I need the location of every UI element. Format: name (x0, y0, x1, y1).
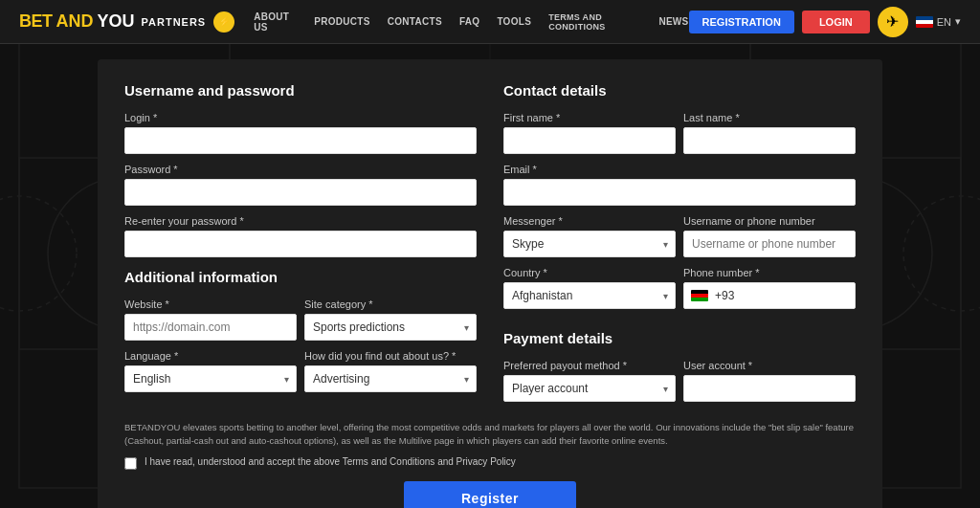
additional-section-title: Additional information (124, 269, 477, 285)
country-select[interactable]: Afghanistan (503, 282, 676, 309)
website-label: Website * (124, 298, 297, 310)
first-name-label: First name * (503, 112, 676, 123)
additional-section: Additional information Website * Site ca… (124, 269, 477, 402)
phone-label: Phone number * (683, 267, 856, 278)
messenger-select[interactable]: Skype (503, 231, 676, 257)
payout-wrapper: Player account ▾ (503, 375, 676, 402)
how-found-wrapper: Advertising ▾ (304, 365, 477, 392)
first-name-group: First name * (503, 112, 676, 154)
user-account-group: User account * (683, 360, 856, 402)
register-button[interactable]: Register (404, 481, 576, 509)
contact-section-title: Contact details (503, 82, 856, 99)
phone-wrapper (683, 282, 856, 309)
flag-icon (916, 16, 933, 28)
col-left: Username and password Login * Password * (124, 82, 477, 411)
last-name-group: Last name * (683, 112, 856, 154)
email-group: Email * (503, 164, 856, 206)
navbar: BETANDYOU PARTNERS ⚡ ABOUT US PRODUCTS C… (0, 0, 980, 44)
nav-links: ABOUT US PRODUCTS CONTACTS FAQ TOOLS TER… (254, 11, 688, 33)
terms-description: BETANDYOU elevates sports betting to ano… (124, 421, 856, 449)
last-name-label: Last name * (683, 112, 856, 123)
main-form-grid: Username and password Login * Password * (124, 82, 856, 411)
payment-section-title: Payment details (503, 330, 856, 346)
language-label: Language * (124, 350, 297, 362)
first-name-input[interactable] (503, 127, 676, 154)
nav-tools[interactable]: TOOLS (497, 16, 531, 27)
reenter-password-label: Re-enter your password * (124, 215, 477, 227)
lang-chevron: ▾ (955, 15, 961, 28)
password-label: Password * (124, 164, 477, 175)
email-label: Email * (503, 164, 856, 175)
country-wrapper: Afghanistan ▾ (503, 282, 676, 309)
page-content: Username and password Login * Password * (0, 44, 980, 508)
nav-faq[interactable]: FAQ (459, 16, 479, 27)
nav-news[interactable]: NEWS (658, 16, 688, 27)
nav-about-us[interactable]: ABOUT US (254, 11, 297, 33)
additional-grid: Website * Site category * Sports predict… (124, 298, 477, 350)
user-account-label: User account * (683, 360, 856, 371)
country-group: Country * Afghanistan ▾ (503, 267, 676, 309)
language-wrapper: English ▾ (124, 365, 297, 392)
login-label: Login * (124, 112, 477, 123)
phone-flag (691, 290, 708, 301)
phone-input[interactable] (683, 282, 856, 309)
how-found-group: How did you find out about us? * Adverti… (304, 350, 477, 392)
brand-logo: BETANDYOU PARTNERS ⚡ (19, 11, 234, 33)
brand-bet: BET (19, 11, 53, 32)
site-category-label: Site category * (304, 298, 477, 310)
messenger-label: Messenger * (503, 215, 676, 227)
brand-you: YOU (98, 11, 135, 32)
language-group: Language * English ▾ (124, 350, 297, 392)
messenger-phone-row: Messenger * Skype ▾ Username or phone nu… (503, 215, 856, 267)
website-input[interactable] (124, 314, 297, 341)
brand-icon: ⚡ (213, 11, 234, 33)
language-select[interactable]: English (124, 365, 297, 392)
language-selector[interactable]: EN ▾ (916, 15, 961, 28)
how-found-label: How did you find out about us? * (304, 350, 477, 362)
phone-group: Phone number * (683, 267, 856, 309)
payment-grid: Preferred payout method * Player account… (503, 360, 856, 411)
login-input[interactable] (124, 127, 477, 154)
last-name-input[interactable] (683, 127, 856, 154)
username-section-title: Username and password (124, 82, 477, 99)
email-input[interactable] (503, 179, 856, 206)
nav-actions: REGISTRATION LOGIN ✈ EN ▾ (689, 7, 961, 37)
terms-checkbox[interactable] (124, 457, 137, 470)
language-how-grid: Language * English ▾ How did (124, 350, 477, 402)
payout-method-label: Preferred payout method * (503, 360, 676, 371)
messenger-wrapper: Skype ▾ (503, 231, 676, 257)
username-phone-input[interactable] (683, 231, 856, 257)
country-phone-row: Country * Afghanistan ▾ Phone number * (503, 267, 856, 319)
nav-contacts[interactable]: CONTACTS (388, 16, 442, 27)
reenter-password-input[interactable] (124, 231, 477, 257)
login-group: Login * (124, 112, 477, 154)
nav-products[interactable]: PRODUCTS (314, 16, 370, 27)
country-label: Country * (503, 267, 676, 278)
col-right: Contact details First name * Last name * (503, 82, 856, 411)
website-group: Website * (124, 298, 297, 341)
registration-form-card: Username and password Login * Password * (98, 59, 882, 508)
register-btn-wrapper: Register (124, 481, 856, 509)
login-button[interactable]: LOGIN (802, 11, 870, 33)
brand-and: AND (56, 11, 94, 32)
checkbox-row: I have read, understood and accept the a… (124, 456, 856, 470)
password-group: Password * (124, 164, 477, 206)
messenger-group: Messenger * Skype ▾ (503, 215, 676, 257)
lang-label: EN (937, 16, 951, 28)
name-row: First name * Last name * (503, 112, 856, 164)
site-category-wrapper: Sports predictions ▾ (304, 314, 477, 341)
user-account-input[interactable] (683, 375, 856, 402)
terms-checkbox-label[interactable]: I have read, understood and accept the a… (145, 456, 516, 467)
telegram-button[interactable]: ✈ (878, 7, 908, 37)
reenter-password-group: Re-enter your password * (124, 215, 477, 257)
how-found-select[interactable]: Advertising (304, 365, 477, 392)
payout-select[interactable]: Player account (503, 375, 676, 402)
password-input[interactable] (124, 179, 477, 206)
payout-method-group: Preferred payout method * Player account… (503, 360, 676, 402)
site-category-select[interactable]: Sports predictions (304, 314, 477, 341)
brand-partners: PARTNERS (142, 16, 207, 28)
site-category-group: Site category * Sports predictions ▾ (304, 298, 477, 341)
nav-terms[interactable]: TERMS AND CONDITIONS (548, 12, 641, 32)
username-phone-group: Username or phone number (683, 215, 856, 257)
registration-button[interactable]: REGISTRATION (689, 11, 794, 33)
